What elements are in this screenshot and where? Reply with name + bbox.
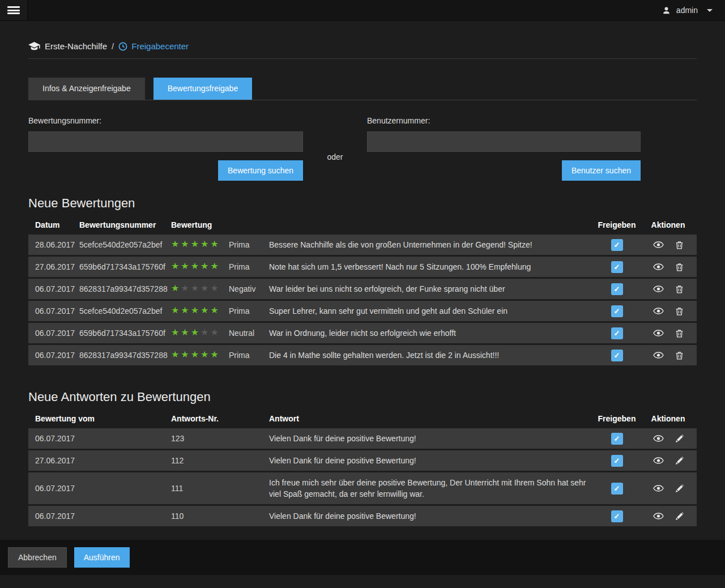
tab-infos-anzeigenfreigabe[interactable]: Infos & Anzeigenfreigabe [28,78,145,100]
edit-button[interactable] [675,511,685,521]
approve-checkbox[interactable]: ✓ [611,261,623,273]
star-rating: ★★★★★ [171,284,229,294]
review-number-input[interactable] [28,131,303,152]
check-icon: ✓ [614,352,620,359]
delete-button[interactable] [675,240,684,250]
star-rating: ★★★★★ [171,240,229,250]
search-area: Bewertungsnummer: Bewertung suchen oder … [28,116,697,181]
edit-button[interactable] [675,433,685,444]
approve-cell: ✓ [594,261,639,273]
edit-button[interactable] [675,483,685,493]
actions-cell [639,240,697,250]
answer-number: 112 [171,456,269,465]
menu-button[interactable] [0,0,28,20]
chevron-down-icon [707,9,713,12]
approve-checkbox[interactable]: ✓ [611,483,623,495]
star-icon: ★ [191,350,201,359]
answer-text: Vielen Dank für deine positive Bewertung… [269,506,594,526]
header-bewertungsnummer: Bewertungsnummer [79,220,171,229]
delete-button[interactable] [675,306,684,317]
approve-cell: ✓ [594,239,639,251]
person-icon [662,6,671,15]
approve-checkbox[interactable]: ✓ [611,239,623,251]
review-text: War leider bei uns nicht so erfolgreich,… [269,279,594,299]
star-icon: ★ [210,261,220,271]
view-button[interactable] [652,306,665,316]
search-user-button[interactable]: Benutzer suchen [562,160,641,181]
star-icon: ★ [181,350,190,359]
view-button[interactable] [652,284,665,293]
rating-label: Neutral [229,329,269,338]
view-button[interactable] [652,240,665,249]
header-antworts-nr: Antworts-Nr. [171,414,269,423]
pencil-icon [676,484,684,492]
user-name: admin [676,6,698,15]
search-review-button[interactable]: Bewertung suchen [218,160,303,181]
tab-bewertungsfreigabe[interactable]: Bewertungsfreigabe [153,78,253,100]
star-icon: ★ [201,239,210,249]
view-button[interactable] [652,434,665,443]
edit-button[interactable] [675,455,685,466]
user-number-input[interactable] [367,131,641,152]
star-icon: ★ [171,305,181,315]
user-menu[interactable]: admin [662,6,725,15]
check-icon: ✓ [614,286,620,293]
breadcrumb: Erste-Nachchilfe / Freigabecenter [28,21,697,59]
review-text: Bessere Nachhilfe als die von großen Unt… [269,235,594,255]
answer-row: 06.07.2017110Vielen Dank für deine posit… [28,506,697,526]
star-icon: ★ [210,305,220,315]
check-icon: ✓ [614,241,620,249]
star-icon: ★ [181,261,190,271]
answer-text: Vielen Dank für deine positive Bewertung… [269,428,594,449]
footer-action-bar: Abbrechen Ausführen [0,540,725,575]
review-row: 06.07.20178628317a99347d357288★★★★★Negat… [28,279,697,299]
star-icon: ★ [181,239,190,249]
view-button[interactable] [652,484,665,493]
trash-icon [676,263,683,271]
view-button[interactable] [652,512,665,521]
breadcrumb-page-link[interactable]: Freigabecenter [118,41,189,51]
eye-icon [653,435,664,442]
approve-checkbox[interactable]: ✓ [611,283,623,295]
answer-number: 111 [171,484,269,493]
approve-checkbox[interactable]: ✓ [611,350,623,361]
view-button[interactable] [652,456,665,465]
answer-date: 06.07.2017 [28,434,171,443]
approve-checkbox[interactable]: ✓ [611,305,623,317]
answer-row: 27.06.2017112Vielen Dank für deine posit… [28,450,697,471]
breadcrumb-site[interactable]: Erste-Nachchilfe [45,41,107,51]
delete-button[interactable] [675,284,684,295]
review-text: Super Lehrer, kann sehr gut vermitteln u… [269,301,594,321]
execute-button[interactable]: Ausführen [74,547,130,568]
delete-button[interactable] [675,262,684,272]
view-button[interactable] [652,351,665,360]
answer-date: 27.06.2017 [28,456,171,465]
approve-checkbox[interactable]: ✓ [611,455,623,467]
actions-cell [639,306,697,317]
star-icon: ★ [210,239,220,249]
answer-text: Ich freue mich sehr über deine positive … [269,472,594,504]
cancel-button[interactable]: Abbrechen [8,547,67,568]
review-row: 06.07.20175cefce540d2e057a2bef★★★★★Prima… [28,301,697,321]
approve-checkbox[interactable]: ✓ [611,510,623,522]
approve-checkbox[interactable]: ✓ [611,327,623,339]
delete-button[interactable] [675,350,684,361]
pencil-icon [676,512,684,520]
trash-icon [676,241,683,249]
review-number: 8628317a99347d357288 [79,284,171,293]
check-icon: ✓ [614,457,620,465]
view-button[interactable] [652,329,665,338]
header-antwort: Antwort [269,414,594,423]
star-icon: ★ [181,283,190,293]
review-number: 8628317a99347d357288 [79,351,171,360]
eye-icon [653,241,664,248]
header-freigeben: Freigeben [594,220,639,229]
approve-checkbox[interactable]: ✓ [611,433,623,445]
answer-number: 123 [171,434,269,443]
rating-label: Prima [229,240,269,249]
star-icon: ★ [201,327,210,337]
header-aktionen: Aktionen [639,414,697,423]
star-rating: ★★★★★ [171,262,229,272]
view-button[interactable] [652,262,665,271]
delete-button[interactable] [675,328,684,339]
